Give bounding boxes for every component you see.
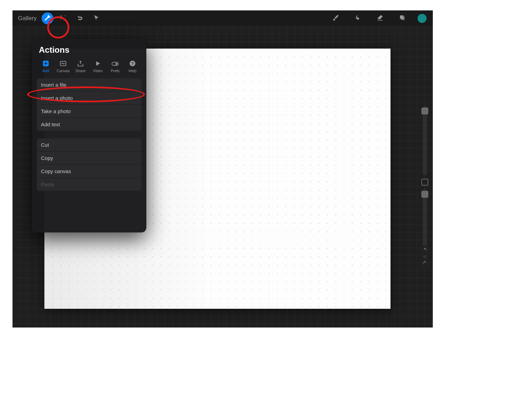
actions-tabs: Add Canvas Share Video Prefs ? Help xyxy=(37,58,141,77)
add-icon xyxy=(41,60,50,67)
adjustments-button[interactable] xyxy=(56,11,70,25)
redo-button[interactable] xyxy=(420,259,430,269)
tab-label: Prefs xyxy=(111,69,120,73)
menu-copy[interactable]: Copy xyxy=(37,152,141,165)
slider-nub-icon xyxy=(421,191,428,198)
tab-add[interactable]: Add xyxy=(37,60,54,73)
layers-icon xyxy=(399,14,406,23)
slider-nub-icon xyxy=(421,108,428,114)
toggle-icon xyxy=(111,60,120,67)
tab-label: Video xyxy=(93,69,103,73)
top-toolbar: Gallery xyxy=(12,10,433,26)
redo-icon xyxy=(422,260,428,267)
smudge-button[interactable] xyxy=(351,11,365,25)
selection-button[interactable] xyxy=(73,11,87,25)
tab-label: Share xyxy=(75,69,85,73)
tab-label: Canvas xyxy=(57,69,69,73)
brush-button[interactable] xyxy=(329,11,343,25)
svg-text:?: ? xyxy=(131,61,134,66)
actions-popover: Actions Add Canvas Share Video Prefs xyxy=(32,39,146,232)
smudge-icon xyxy=(354,14,361,23)
menu-paste: Paste xyxy=(37,178,141,191)
actions-wrench-button[interactable] xyxy=(42,12,53,24)
wrench-icon xyxy=(44,14,51,23)
brush-icon xyxy=(332,14,339,23)
undo-button[interactable] xyxy=(420,246,430,255)
tab-canvas[interactable]: Canvas xyxy=(55,60,71,73)
actions-menu-group-2: Cut Copy Copy canvas Paste xyxy=(37,138,141,191)
menu-copy-canvas[interactable]: Copy canvas xyxy=(37,165,141,178)
cursor-icon xyxy=(93,14,100,23)
wand-icon xyxy=(60,14,67,23)
help-icon: ? xyxy=(128,60,137,67)
tab-share[interactable]: Share xyxy=(72,60,89,73)
gallery-button[interactable]: Gallery xyxy=(16,15,39,22)
undo-icon xyxy=(422,247,428,254)
share-icon xyxy=(76,60,85,67)
tab-video[interactable]: Video xyxy=(89,60,106,73)
menu-insert-file[interactable]: Insert a file xyxy=(37,78,141,92)
tab-prefs[interactable]: Prefs xyxy=(107,60,123,73)
tab-help[interactable]: ? Help xyxy=(124,60,141,73)
actions-menu-group-1: Insert a file Insert a photo Take a phot… xyxy=(37,78,141,131)
tab-label: Add xyxy=(42,69,49,73)
tab-label: Help xyxy=(129,69,137,73)
color-swatch-button[interactable] xyxy=(418,14,427,23)
eraser-button[interactable] xyxy=(373,11,387,25)
side-sliders xyxy=(419,106,431,262)
canvas-icon xyxy=(59,60,68,67)
menu-add-text[interactable]: Add text xyxy=(37,118,141,131)
actions-title: Actions xyxy=(37,44,141,58)
brush-size-slider[interactable] xyxy=(423,106,427,175)
eraser-icon xyxy=(377,14,384,23)
menu-cut[interactable]: Cut xyxy=(37,138,141,152)
toolbar-left: Gallery xyxy=(16,11,103,25)
layers-button[interactable] xyxy=(395,11,409,25)
svg-point-3 xyxy=(115,63,118,65)
menu-insert-photo[interactable]: Insert a photo xyxy=(37,92,141,105)
side-buttons xyxy=(419,246,431,269)
video-play-icon xyxy=(93,60,102,67)
menu-take-photo[interactable]: Take a photo xyxy=(37,105,141,118)
selection-s-icon xyxy=(76,14,83,23)
toolbar-right xyxy=(329,11,429,25)
modify-button[interactable] xyxy=(421,179,428,186)
transform-button[interactable] xyxy=(89,11,103,25)
app-frame: Gallery xyxy=(12,10,433,328)
